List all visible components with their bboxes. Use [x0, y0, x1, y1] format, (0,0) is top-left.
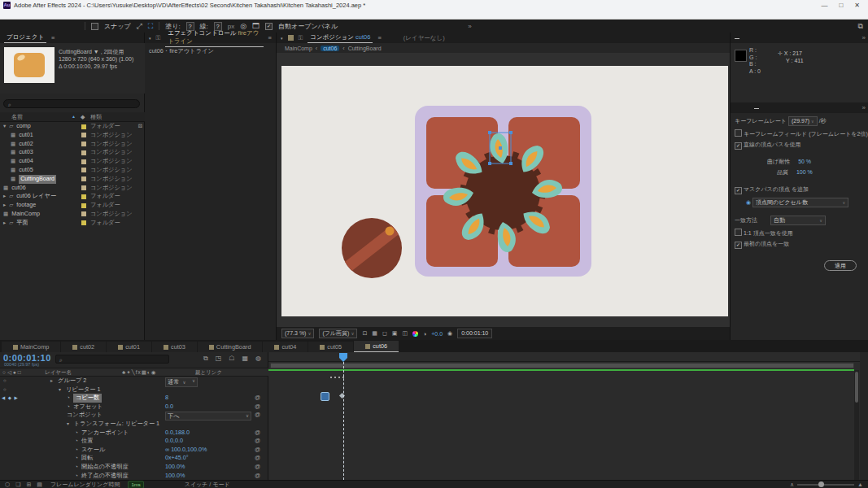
project-search-input[interactable]: ⌕ [3, 99, 140, 108]
timeline-tab[interactable]: cut01 [107, 342, 151, 352]
breadcrumb-cut06[interactable]: cut06 [321, 46, 339, 51]
exposure-icon[interactable]: ◑ [423, 331, 426, 337]
info-group-tab[interactable] [754, 37, 759, 39]
stopwatch-icon[interactable]: ◔ [75, 438, 78, 443]
property-value[interactable]: ∞100.0% [165, 463, 185, 472]
breadcrumb-cuttingboard[interactable]: CuttingBoard [348, 46, 382, 51]
pick-whip-icon[interactable]: @ [255, 403, 260, 412]
property-name[interactable]: コピー数 [73, 394, 102, 403]
apply-button[interactable]: 適用 [824, 260, 857, 271]
rulers-icon[interactable]: ◫ [402, 330, 408, 337]
motion-blur-icon[interactable]: ◍ [255, 355, 261, 363]
timeline-track-area[interactable] [268, 352, 860, 480]
snapshot-camera-icon[interactable]: ◉ [447, 330, 452, 337]
exposure-value[interactable]: +0.0 [431, 331, 443, 337]
item-name[interactable]: MainComp [11, 210, 40, 219]
stopwatch-icon[interactable]: ◔ [67, 403, 70, 409]
panel-chevron-icon[interactable]: ▾ [281, 36, 283, 41]
keyframe-dot[interactable] [330, 377, 332, 378]
lock-icon[interactable]: ⚿ [156, 34, 161, 42]
expand-layer-switches-icon[interactable]: ⬡ [5, 481, 10, 488]
label-color-swatch[interactable] [81, 194, 86, 199]
item-name[interactable]: cut06 [11, 184, 26, 193]
panel-menu-icon[interactable]: ≡ [268, 34, 272, 41]
twirl-icon[interactable]: ▸ [3, 193, 6, 198]
item-name[interactable]: cut01 [19, 131, 33, 140]
timeline-property-row[interactable]: ○ ◀ ◆ ▶ ◔ オフセット ∞0.0 ∨ ∨ @ ∨ [0, 403, 268, 412]
frame-blending-icon[interactable]: ▦ [242, 355, 248, 363]
property-value[interactable]: ∞100.0% [165, 472, 185, 481]
timeline-property-row[interactable]: ○ ◀ ◆ ▶ ▾ ◔ トランスフォーム: リピーター 1 ∞ ∨ ∨ @ ∨ [0, 420, 268, 429]
stopwatch-icon[interactable]: ◔ [67, 394, 70, 400]
parent-dropdown-caret[interactable]: ∨ [192, 377, 195, 386]
first-vertex-checkbox[interactable] [735, 242, 742, 249]
project-row[interactable]: ▱ ▦ cut01 コンポジション ⚄ [0, 131, 145, 140]
snap-checkbox[interactable] [91, 23, 98, 30]
item-name[interactable]: 平面 [16, 219, 28, 228]
keyframe-rate-dropdown[interactable]: (29.97) ∨ [788, 116, 818, 126]
time-ruler[interactable] [268, 352, 860, 362]
timeline-tab[interactable]: cut06 [354, 341, 399, 352]
timeline-property-row[interactable]: ○ ◀ ◆ ▶ ◔ コピー数 ∞8 ∨ ∨ @ ∨ [0, 394, 268, 403]
preview-time[interactable]: 0:00:01:10 [457, 329, 492, 338]
switches-modes-toggle[interactable]: スイッチ / モード [185, 481, 230, 488]
timeline-property-row[interactable]: ○ ◀ ◆ ▶ ◔ アンカーポイント ∞0.0,188.0 ∨ ∨ @ ∨ [0, 429, 268, 438]
property-value[interactable]: ∞0x+45.0° [165, 454, 189, 463]
one-to-one-checkbox[interactable] [735, 229, 742, 236]
property-name[interactable]: アンカーポイント [81, 429, 129, 438]
expand-inout-icon[interactable]: ⊞ [26, 481, 31, 488]
composition-canvas[interactable] [281, 66, 728, 316]
property-name[interactable]: スケール [81, 446, 105, 455]
label-color-swatch[interactable] [81, 176, 86, 181]
property-name[interactable]: オフセット [73, 403, 103, 412]
mask-group-tab[interactable] [735, 107, 739, 109]
work-area-bar[interactable] [270, 363, 854, 368]
timeline-search-input[interactable]: ⌕ [55, 355, 169, 364]
sort-arrow-icon[interactable]: ▲ [72, 112, 76, 121]
region-of-interest-icon[interactable]: ⊡ [362, 330, 367, 337]
search-workspace-icon[interactable]: ⧉ [858, 22, 863, 31]
stopwatch-icon[interactable]: ◔ [75, 473, 78, 478]
radio-dot-icon[interactable]: ◉ [746, 199, 751, 205]
label-color-swatch[interactable] [81, 159, 86, 164]
property-value[interactable]: ∞0.0 [165, 403, 173, 412]
pick-whip-icon[interactable]: @ [255, 446, 260, 455]
project-row[interactable]: ▱ ▦ cut04 コンポジション ⚄ [0, 157, 145, 166]
item-name[interactable]: CuttingBoard [19, 175, 56, 184]
project-row[interactable]: ▱ ▦ cut05 コンポジション ⚄ [0, 166, 145, 175]
composition-mini-flowchart-icon[interactable]: ⧉ [203, 355, 208, 363]
vertices-method-dropdown[interactable]: 頂点間のピクセル数∨ [752, 198, 848, 207]
property-name[interactable]: コンポジット [67, 411, 103, 420]
project-row[interactable]: ▱ ▦ cut02 コンポジション ⚄ [0, 140, 145, 149]
info-group-tab[interactable] [744, 37, 749, 39]
timeline-property-row[interactable]: ○ ◀ ◆ ▶ ▾ ◔ リピーター 1 ∞ ∨ ∨ @ ∨ [0, 386, 268, 394]
label-color-swatch[interactable] [81, 185, 86, 190]
item-name[interactable]: cut02 [19, 140, 33, 149]
keyframe-navigator[interactable]: ◀ ◆ ▶ [2, 394, 19, 403]
layer-name-column[interactable]: レイヤー名 [45, 368, 72, 377]
panel-chevron-icon[interactable]: ▾ [149, 36, 151, 41]
used-in-flowchart-icon[interactable]: ⚄ [138, 122, 142, 131]
item-name[interactable]: cut03 [19, 148, 33, 157]
pick-whip-icon[interactable]: @ [255, 472, 260, 481]
maximize-button[interactable]: □ [839, 2, 843, 9]
timeline-property-row[interactable]: ○ ◀ ◆ ▶ ◔ 終了点の不透明度 ∞100.0% ∨ ∨ @ ∨ [0, 472, 268, 481]
tab-effect-controls[interactable]: エフェクトコントロール fireアウトライン [165, 28, 263, 47]
matching-method-dropdown[interactable]: 自動∨ [770, 216, 826, 225]
stopwatch-icon[interactable]: ◔ [75, 464, 78, 469]
project-thumbnail[interactable] [4, 47, 55, 83]
timeline-vertical-scrollbar[interactable] [854, 370, 859, 480]
workspace-overflow-icon[interactable]: » [468, 23, 471, 30]
keyframe-fields-checkbox[interactable] [735, 129, 742, 137]
project-row[interactable]: ▱ ▦ cut03 コンポジション ⚄ [0, 148, 145, 157]
timeline-tab[interactable]: cut02 [61, 342, 106, 352]
info-group-tab[interactable] [764, 37, 769, 39]
panel-menu-icon[interactable]: ≡ [377, 34, 381, 41]
property-value[interactable]: ∞0.0,0.0 [165, 437, 183, 446]
link-dimensions-icon[interactable]: ∞ [165, 446, 169, 453]
tab-overflow-icon[interactable]: » [862, 34, 866, 41]
column-type[interactable]: 種類 [90, 112, 102, 121]
property-value[interactable]: ∞100.0,100.0% [165, 446, 207, 455]
label-color-swatch[interactable] [81, 142, 86, 146]
minimize-button[interactable]: — [821, 2, 827, 9]
